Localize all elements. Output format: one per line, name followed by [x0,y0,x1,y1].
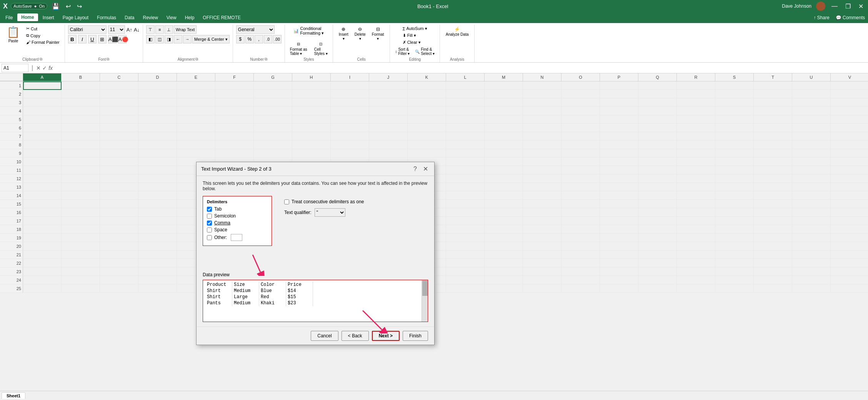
cell-S8[interactable] [715,141,754,149]
font-decrease-button[interactable]: A↓ [134,27,140,33]
cell-F4[interactable] [215,107,254,115]
menu-file[interactable]: File [2,14,17,22]
close-button[interactable]: ✕ [857,3,865,10]
cell-A8[interactable] [23,141,62,149]
cell-N21[interactable] [523,251,561,259]
cell-N11[interactable] [523,166,561,174]
cell-A2[interactable] [23,90,62,98]
cell-P18[interactable] [600,225,638,234]
cell-U18[interactable] [792,225,831,234]
cell-U11[interactable] [792,166,831,174]
cell-C17[interactable] [100,217,138,225]
cell-D24[interactable] [138,276,177,284]
format-painter-button[interactable]: 🖌 Format Painter [24,39,62,45]
align-middle-button[interactable]: ≡ [155,25,164,34]
align-left-button[interactable]: ◧ [146,35,155,43]
cell-T3[interactable] [754,98,792,107]
cell-Q21[interactable] [638,251,677,259]
menu-office-remote[interactable]: OFFICE REMOTE [199,14,245,22]
cell-T16[interactable] [754,208,792,217]
cancel-formula-icon[interactable]: ✕ [36,65,41,71]
cell-K2[interactable] [408,90,446,98]
cell-C6[interactable] [100,124,138,132]
cut-button[interactable]: ✂ Cut [24,25,62,32]
cell-C8[interactable] [100,141,138,149]
dialog-help-button[interactable]: ? [412,165,418,173]
cell-G4[interactable] [254,107,292,115]
cell-U16[interactable] [792,208,831,217]
cell-T8[interactable] [754,141,792,149]
cell-G2[interactable] [254,90,292,98]
cell-A20[interactable] [23,242,62,251]
cell-S2[interactable] [715,90,754,98]
cell-S22[interactable] [715,259,754,267]
cell-I5[interactable] [331,115,369,124]
cell-A3[interactable] [23,98,62,107]
cell-H1[interactable] [292,81,331,90]
cell-S19[interactable] [715,234,754,242]
cell-T19[interactable] [754,234,792,242]
cell-P2[interactable] [600,90,638,98]
cell-N24[interactable] [523,276,561,284]
delete-cells-button[interactable]: ⊖ Delete▾ [352,25,368,42]
cell-S7[interactable] [715,132,754,141]
cell-N15[interactable] [523,200,561,208]
cell-O13[interactable] [561,183,600,191]
cell-R22[interactable] [677,259,715,267]
cell-O6[interactable] [561,124,600,132]
cell-P7[interactable] [600,132,638,141]
copy-button[interactable]: ⧉ Copy [24,32,62,39]
align-right-button[interactable]: ◨ [165,35,173,43]
col-header-u[interactable]: U [792,73,831,81]
font-increase-button[interactable]: A↑ [127,27,132,33]
cell-N1[interactable] [523,81,561,90]
fill-button[interactable]: ⬇ Fill ▾ [401,32,418,39]
font-expand-icon[interactable]: ⧉ [107,57,109,61]
cell-B19[interactable] [62,234,100,242]
cell-N22[interactable] [523,259,561,267]
cell-E7[interactable] [177,132,215,141]
cell-E4[interactable] [177,107,215,115]
cell-R20[interactable] [677,242,715,251]
cell-V23[interactable] [831,267,868,276]
cell-J9[interactable] [369,149,408,158]
cell-F9[interactable] [215,149,254,158]
cell-P10[interactable] [600,158,638,166]
cell-Q16[interactable] [638,208,677,217]
cell-O19[interactable] [561,234,600,242]
cell-O17[interactable] [561,217,600,225]
cell-S9[interactable] [715,149,754,158]
cell-B12[interactable] [62,174,100,183]
cell-K9[interactable] [408,149,446,158]
menu-insert[interactable]: Insert [39,14,58,22]
cell-D15[interactable] [138,200,177,208]
cell-N20[interactable] [523,242,561,251]
cell-L15[interactable] [446,200,485,208]
cell-N23[interactable] [523,267,561,276]
cell-U1[interactable] [792,81,831,90]
cell-P23[interactable] [600,267,638,276]
cell-N4[interactable] [523,107,561,115]
cell-F1[interactable] [215,81,254,90]
cell-D1[interactable] [138,81,177,90]
menu-home[interactable]: Home [17,13,38,22]
cell-N8[interactable] [523,141,561,149]
font-size-select[interactable]: 11 [108,25,125,34]
cell-L21[interactable] [446,251,485,259]
cell-S4[interactable] [715,107,754,115]
cell-D23[interactable] [138,267,177,276]
cell-K8[interactable] [408,141,446,149]
formula-input[interactable] [54,65,866,71]
cell-I7[interactable] [331,132,369,141]
cell-D12[interactable] [138,174,177,183]
cell-Q22[interactable] [638,259,677,267]
paste-button[interactable]: 📋 Paste [3,25,23,43]
col-header-i[interactable]: I [331,73,369,81]
cell-A4[interactable] [23,107,62,115]
cell-A23[interactable] [23,267,62,276]
cell-L16[interactable] [446,208,485,217]
cell-V1[interactable] [831,81,868,90]
cell-D25[interactable] [138,284,177,293]
cell-E9[interactable] [177,149,215,158]
cell-E5[interactable] [177,115,215,124]
